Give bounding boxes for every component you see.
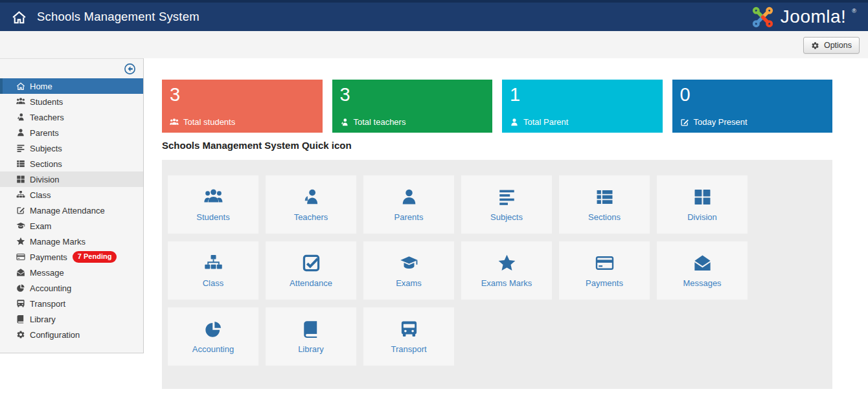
quick-tile-label: Transport: [391, 344, 426, 354]
pie-chart-icon: [204, 320, 223, 338]
sidebar-item-library[interactable]: Library: [0, 311, 143, 327]
sidebar-item-manage-marks[interactable]: Manage Marks: [0, 234, 143, 249]
registered-mark: ®: [852, 8, 856, 14]
collapse-sidebar-icon[interactable]: [124, 63, 136, 75]
joomla-logo: Joomla! ®: [751, 5, 856, 29]
quick-tile-messages[interactable]: Messages: [657, 241, 748, 300]
home-icon: [16, 82, 26, 91]
stat-value: 1: [502, 80, 663, 105]
sitemap-icon: [204, 254, 223, 272]
sidebar-item-exam[interactable]: Exam: [0, 218, 143, 234]
sidebar-item-class[interactable]: Class: [0, 187, 143, 203]
sidebar-item-payments[interactable]: Payments7 Pending: [0, 249, 143, 265]
main-content: 3Total students3Total teachers1Total Par…: [162, 58, 832, 398]
teacher-icon: [16, 113, 26, 122]
sidebar-header: [0, 59, 143, 78]
sidebar-item-label: Accounting: [30, 283, 71, 293]
sidebar-item-students[interactable]: Students: [0, 94, 143, 109]
teacher-icon: [340, 118, 349, 127]
quick-tile-parents[interactable]: Parents: [363, 175, 454, 234]
quick-tile-accounting[interactable]: Accounting: [168, 307, 258, 366]
sidebar-item-parents[interactable]: Parents: [0, 125, 143, 140]
quick-tile-exams-marks[interactable]: Exams Marks: [461, 241, 552, 300]
sidebar-item-label: Transport: [30, 299, 65, 309]
sidebar-item-label: Parents: [30, 128, 59, 138]
pending-badge: 7 Pending: [73, 251, 117, 262]
sidebar-item-sections[interactable]: Sections: [0, 156, 143, 171]
sidebar-item-message[interactable]: Message: [0, 265, 143, 280]
app-title: Schools Management System: [37, 10, 200, 24]
users-icon: [16, 97, 26, 106]
sidebar-item-label: Manage Marks: [30, 237, 86, 247]
sidebar-item-configuration[interactable]: Configuration: [0, 327, 143, 342]
user-icon: [510, 118, 519, 127]
edit-icon: [16, 206, 26, 215]
sidebar-item-accounting[interactable]: Accounting: [0, 280, 143, 296]
quick-tile-label: Messages: [683, 278, 721, 288]
quick-tile-label: Exams Marks: [481, 278, 532, 288]
gear-icon: [16, 330, 26, 339]
quick-tile-label: Exams: [396, 278, 422, 288]
stat-card-total-teachers: 3Total teachers: [332, 80, 493, 133]
sidebar-item-division[interactable]: Division: [0, 171, 143, 187]
sidebar-item-transport[interactable]: Transport: [0, 296, 143, 311]
sitemap-icon: [16, 190, 26, 199]
user-icon: [16, 128, 26, 137]
sidebar-item-label: Sections: [30, 159, 62, 169]
stat-label-row: Today Present: [680, 117, 748, 127]
sidebar: HomeStudentsTeachersParentsSubjectsSecti…: [0, 58, 144, 353]
sidebar-menu: HomeStudentsTeachersParentsSubjectsSecti…: [0, 78, 143, 342]
sidebar-item-label: Configuration: [30, 330, 80, 340]
bus-icon: [400, 320, 418, 338]
quick-tile-label: Class: [203, 278, 224, 288]
sidebar-item-teachers[interactable]: Teachers: [0, 109, 143, 125]
sidebar-item-home[interactable]: Home: [0, 78, 143, 94]
book-icon: [16, 315, 26, 324]
stat-label: Total students: [183, 117, 235, 127]
quick-icons-grid: StudentsTeachersParentsSubjectsSectionsD…: [168, 175, 827, 366]
options-button-label: Options: [824, 41, 852, 50]
joomla-logo-icon: [751, 5, 775, 29]
options-button[interactable]: Options: [803, 37, 860, 54]
quick-tile-class[interactable]: Class: [168, 241, 258, 300]
envelope-open-icon: [693, 254, 712, 272]
quick-tile-sections[interactable]: Sections: [559, 175, 650, 234]
bus-icon: [16, 299, 26, 308]
quick-tile-teachers[interactable]: Teachers: [266, 175, 356, 234]
sidebar-item-manage-attendance[interactable]: Manage Attendance: [0, 203, 143, 218]
stat-label-row: Total students: [170, 117, 235, 127]
quick-tile-division[interactable]: Division: [657, 175, 748, 234]
stat-label: Total Parent: [523, 117, 568, 127]
quick-tile-label: Sections: [588, 212, 621, 222]
pie-chart-icon: [16, 283, 26, 293]
sidebar-item-label: Division: [30, 175, 60, 184]
home-icon[interactable]: [12, 10, 27, 25]
quick-tile-label: Teachers: [294, 212, 328, 222]
quick-tile-subjects[interactable]: Subjects: [461, 175, 552, 234]
sidebar-item-subjects[interactable]: Subjects: [0, 140, 143, 156]
quick-tile-library[interactable]: Library: [266, 307, 356, 366]
th-list-icon: [595, 188, 614, 206]
stat-card-today-present: 0Today Present: [672, 80, 833, 133]
stat-label: Total teachers: [354, 117, 406, 127]
align-left-icon: [497, 188, 516, 206]
user-icon: [400, 188, 418, 206]
top-navbar: Schools Management System Joomla! ®: [0, 0, 868, 31]
sidebar-item-label: Manage Attendance: [30, 206, 105, 216]
credit-card-icon: [595, 254, 614, 272]
quick-tile-transport[interactable]: Transport: [363, 307, 454, 366]
quick-tile-students[interactable]: Students: [168, 175, 258, 234]
quick-tile-label: Parents: [394, 212, 424, 222]
quick-tile-attendance[interactable]: Attendance: [266, 241, 356, 300]
check-square-icon: [302, 254, 321, 272]
sidebar-item-label: Students: [30, 97, 63, 107]
quick-tile-payments[interactable]: Payments: [559, 241, 650, 300]
sidebar-item-label: Message: [30, 268, 64, 278]
quick-tile-exams[interactable]: Exams: [363, 241, 454, 300]
credit-card-icon: [16, 252, 26, 261]
quick-tile-label: Attendance: [290, 278, 332, 288]
stat-label-row: Total Parent: [510, 117, 568, 127]
sidebar-item-label: Class: [30, 190, 51, 200]
page: Schools Management System Joomla! ® Opti…: [0, 0, 868, 398]
graduation-cap-icon: [16, 221, 26, 230]
